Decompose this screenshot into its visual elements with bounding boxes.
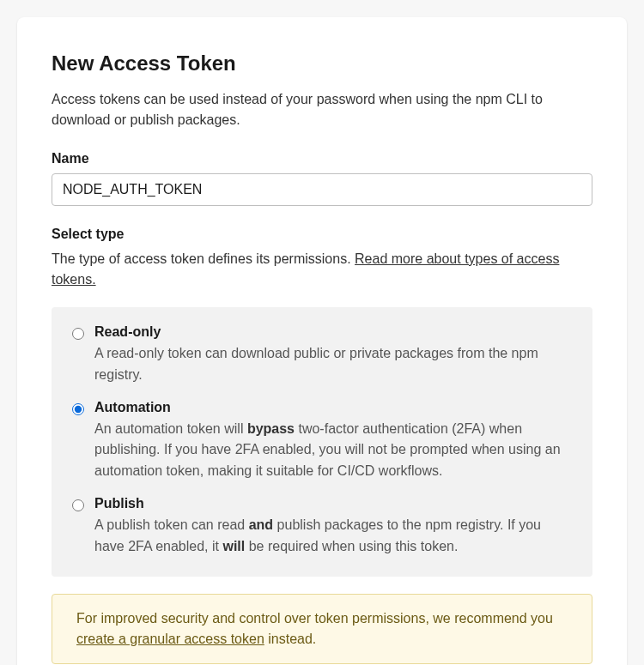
radio-read-only[interactable] bbox=[72, 328, 84, 340]
radio-publish-title: Publish bbox=[94, 496, 572, 511]
new-access-token-card: New Access Token Access tokens can be us… bbox=[17, 17, 627, 665]
name-input[interactable] bbox=[52, 173, 592, 206]
page-title: New Access Token bbox=[52, 51, 592, 76]
radio-read-only-title: Read-only bbox=[94, 324, 572, 340]
radio-option-automation[interactable]: Automation An automation token will bypa… bbox=[72, 400, 572, 482]
radio-option-publish[interactable]: Publish A publish token can read and pub… bbox=[72, 496, 572, 558]
radio-automation[interactable] bbox=[72, 403, 84, 415]
security-notice: For improved security and control over t… bbox=[52, 594, 592, 664]
granular-token-link[interactable]: create a granular access token bbox=[76, 632, 264, 646]
select-type-label: Select type bbox=[52, 227, 592, 242]
notice-prefix: For improved security and control over t… bbox=[76, 611, 553, 626]
select-type-desc-text: The type of access token defines its per… bbox=[52, 251, 355, 266]
select-type-description: The type of access token defines its per… bbox=[52, 249, 592, 290]
radio-publish-desc: A publish token can read and publish pac… bbox=[94, 515, 572, 558]
name-label: Name bbox=[52, 151, 592, 166]
radio-read-only-desc: A read-only token can download public or… bbox=[94, 343, 572, 386]
radio-automation-content: Automation An automation token will bypa… bbox=[94, 400, 572, 482]
token-type-radio-group: Read-only A read-only token can download… bbox=[52, 307, 592, 577]
radio-automation-title: Automation bbox=[94, 400, 572, 415]
radio-publish-content: Publish A publish token can read and pub… bbox=[94, 496, 572, 558]
page-description: Access tokens can be used instead of you… bbox=[52, 89, 592, 130]
radio-option-read-only[interactable]: Read-only A read-only token can download… bbox=[72, 324, 572, 386]
radio-read-only-content: Read-only A read-only token can download… bbox=[94, 324, 572, 386]
notice-suffix: instead. bbox=[264, 632, 316, 646]
radio-automation-desc: An automation token will bypass two-fact… bbox=[94, 419, 572, 482]
radio-publish[interactable] bbox=[72, 499, 84, 511]
